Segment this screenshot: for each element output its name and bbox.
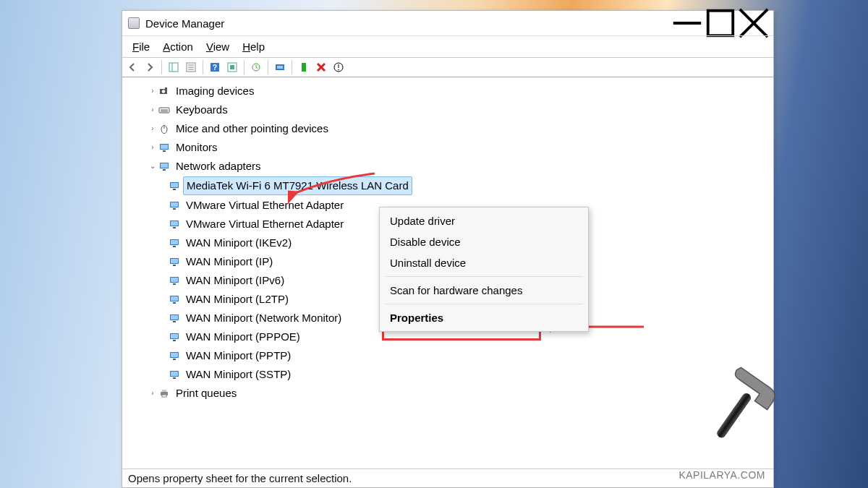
- svg-rect-70: [162, 390, 166, 392]
- svg-rect-1: [708, 11, 733, 36]
- forward-button[interactable]: [142, 60, 157, 74]
- printer-icon: [158, 388, 170, 399]
- maximize-button[interactable]: [704, 12, 737, 34]
- tree-item-print[interactable]: ›Print queues: [122, 384, 773, 403]
- chevron-down-icon[interactable]: ⌄: [147, 160, 158, 172]
- tree-item-adapter[interactable]: MediaTek Wi-Fi 6 MT7921 Wireless LAN Car…: [122, 176, 773, 196]
- properties-button[interactable]: [184, 60, 198, 74]
- adapter-icon: [169, 294, 180, 305]
- svg-rect-55: [171, 296, 178, 301]
- adapter-icon: [169, 256, 180, 267]
- help-button[interactable]: ?: [208, 60, 222, 74]
- mouse-icon: [158, 123, 170, 134]
- chevron-right-icon[interactable]: ›: [147, 388, 158, 399]
- svg-rect-40: [171, 202, 178, 207]
- window-title: Device Manager: [145, 17, 224, 30]
- svg-rect-46: [171, 240, 178, 244]
- svg-rect-65: [173, 359, 176, 360]
- svg-rect-4: [169, 63, 178, 72]
- svg-rect-24: [165, 87, 167, 89]
- network-icon: [158, 160, 170, 172]
- camera-icon: [158, 85, 170, 97]
- close-button[interactable]: [737, 12, 770, 34]
- svg-rect-49: [171, 259, 178, 263]
- show-hide-tree-button[interactable]: [166, 60, 181, 74]
- menu-view[interactable]: View: [200, 39, 235, 54]
- svg-rect-68: [173, 377, 176, 379]
- adapter-icon: [169, 237, 180, 249]
- svg-rect-34: [161, 163, 168, 168]
- svg-rect-53: [173, 283, 176, 285]
- ctx-update-driver[interactable]: Update driver: [380, 210, 588, 231]
- svg-rect-71: [162, 395, 166, 397]
- svg-point-21: [338, 69, 339, 71]
- tree-item-adapter[interactable]: WAN Miniport (SSTP): [122, 365, 773, 384]
- svg-rect-61: [171, 334, 178, 338]
- adapter-icon: [169, 218, 180, 230]
- adapter-icon: [169, 312, 180, 324]
- ctx-properties[interactable]: Properties: [380, 307, 588, 328]
- ctx-scan-hardware[interactable]: Scan for hardware changes: [380, 280, 588, 301]
- status-text: Opens property sheet for the current sel…: [128, 472, 352, 484]
- tree-item-adapter[interactable]: WAN Miniport (PPTP): [122, 346, 773, 365]
- tree-item-monitors[interactable]: ›Monitors: [122, 138, 773, 157]
- titlebar: Device Manager: [122, 11, 773, 35]
- scan-hardware-button[interactable]: [273, 60, 287, 74]
- svg-rect-64: [171, 353, 178, 357]
- svg-rect-31: [161, 145, 168, 149]
- back-button[interactable]: [125, 60, 140, 74]
- chevron-right-icon[interactable]: ›: [147, 85, 158, 97]
- tree-item-network[interactable]: ⌄Network adapters: [122, 157, 773, 176]
- tree-item-mice[interactable]: ›Mice and other pointing devices: [122, 119, 773, 138]
- menu-action[interactable]: Action: [157, 39, 199, 54]
- uninstall-button[interactable]: [331, 60, 346, 74]
- svg-rect-47: [173, 246, 176, 247]
- ctx-uninstall-device[interactable]: Uninstall device: [380, 252, 588, 273]
- svg-text:?: ?: [213, 64, 217, 72]
- selected-adapter: MediaTek Wi-Fi 6 MT7921 Wireless LAN Car…: [183, 176, 412, 195]
- adapter-icon: [169, 180, 180, 192]
- tree-item-imaging[interactable]: ›Imaging devices: [122, 82, 773, 100]
- app-icon: [128, 17, 140, 29]
- svg-rect-43: [171, 221, 178, 226]
- context-menu: Update driver Disable device Uninstall d…: [379, 207, 589, 332]
- svg-rect-32: [163, 150, 166, 152]
- adapter-icon: [169, 350, 180, 361]
- statusbar: Opens property sheet for the current sel…: [122, 468, 773, 487]
- monitor-icon: [158, 142, 170, 153]
- svg-rect-59: [173, 321, 176, 322]
- svg-rect-67: [171, 372, 178, 376]
- chevron-right-icon[interactable]: ›: [147, 142, 158, 153]
- adapter-icon: [169, 200, 180, 211]
- tree-item-keyboards[interactable]: ›Keyboards: [122, 100, 773, 119]
- svg-rect-41: [173, 208, 176, 210]
- adapter-icon: [169, 369, 180, 380]
- keyboard-icon: [158, 104, 170, 116]
- minimize-button[interactable]: [671, 12, 704, 34]
- menubar: File Action View Help: [122, 35, 773, 57]
- svg-rect-58: [171, 315, 178, 320]
- svg-rect-52: [171, 278, 178, 282]
- enable-button[interactable]: [297, 60, 311, 74]
- ctx-separator: [386, 304, 582, 304]
- update-driver-button[interactable]: [249, 60, 263, 74]
- svg-rect-38: [173, 189, 176, 190]
- svg-rect-17: [302, 63, 306, 72]
- svg-point-23: [162, 90, 165, 93]
- svg-rect-37: [171, 183, 178, 187]
- svg-rect-44: [173, 227, 176, 228]
- menu-help[interactable]: Help: [237, 39, 271, 54]
- svg-rect-35: [163, 169, 166, 171]
- menu-file[interactable]: File: [127, 39, 156, 54]
- disable-button[interactable]: [314, 60, 328, 74]
- chevron-right-icon[interactable]: ›: [147, 104, 158, 116]
- adapter-icon: [169, 331, 180, 343]
- watermark: KAPILARYA.COM: [678, 469, 765, 481]
- action-button[interactable]: [225, 60, 239, 74]
- svg-rect-13: [230, 65, 234, 69]
- chevron-right-icon[interactable]: ›: [147, 123, 158, 134]
- svg-rect-62: [173, 340, 176, 341]
- ctx-separator: [386, 276, 582, 277]
- ctx-disable-device[interactable]: Disable device: [380, 231, 588, 252]
- toolbar: ?: [122, 57, 773, 77]
